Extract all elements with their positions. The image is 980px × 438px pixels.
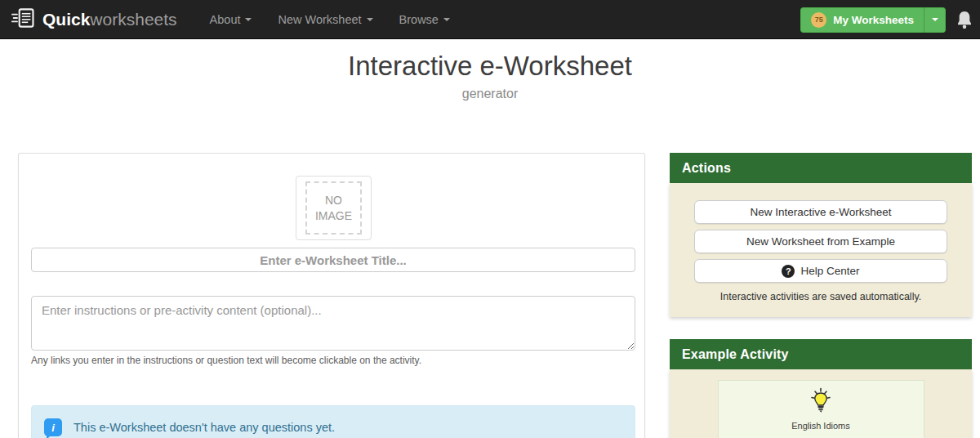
image-upload-box[interactable]: NO IMAGE xyxy=(296,176,372,240)
help-center-button[interactable]: ? Help Center xyxy=(694,259,947,283)
my-worksheets-dropdown-toggle[interactable] xyxy=(924,7,946,33)
navbar: Quickworksheets About New Worksheet Brow… xyxy=(0,0,980,39)
worksheet-count-badge: 75 xyxy=(811,12,826,28)
nav-item-new-worksheet[interactable]: New Worksheet xyxy=(265,0,385,39)
chevron-down-icon xyxy=(367,18,373,21)
brand-light-text: worksheets xyxy=(90,10,176,29)
nav-item-browse[interactable]: Browse xyxy=(386,0,463,39)
actions-panel-body: New Interactive e-Worksheet New Workshee… xyxy=(670,183,972,317)
nav-item-about[interactable]: About xyxy=(197,0,265,39)
page-title: Interactive e-Worksheet xyxy=(0,51,980,82)
brand-bold-text: Quick xyxy=(42,10,90,29)
page: Quickworksheets About New Worksheet Brow… xyxy=(0,0,980,438)
no-questions-alert: i This e-Worksheet doesn't have any ques… xyxy=(31,405,635,438)
page-subtitle: generator xyxy=(0,87,980,101)
new-worksheet-from-example-button[interactable]: New Worksheet from Example xyxy=(694,230,947,253)
question-mark-icon: ? xyxy=(782,265,795,278)
chevron-down-icon xyxy=(443,18,450,21)
no-questions-alert-text: This e-Worksheet doesn't have any questi… xyxy=(74,421,335,434)
nav-item-label: Browse xyxy=(399,0,439,39)
navbar-right: 75 My Worksheets xyxy=(800,0,975,39)
my-worksheets-button[interactable]: 75 My Worksheets xyxy=(800,7,924,33)
new-interactive-worksheet-button[interactable]: New Interactive e-Worksheet xyxy=(694,200,947,224)
example-activity-body: English Idioms xyxy=(670,369,972,438)
no-image-placeholder: NO IMAGE xyxy=(305,181,362,235)
brand-link[interactable]: Quickworksheets xyxy=(11,0,177,39)
button-label: New Worksheet from Example xyxy=(746,235,895,248)
brand-title: Quickworksheets xyxy=(42,0,177,39)
logo-icon xyxy=(11,7,36,33)
chevron-down-icon xyxy=(932,18,938,21)
actions-panel-header: Actions xyxy=(670,153,972,183)
instructions-textarea[interactable] xyxy=(31,296,635,351)
nav-links: About New Worksheet Browse xyxy=(197,0,463,39)
my-worksheets-label: My Worksheets xyxy=(833,14,914,26)
worksheet-title-input[interactable] xyxy=(31,248,635,272)
example-activity-header: Example Activity xyxy=(670,339,972,369)
button-label: New Interactive e-Worksheet xyxy=(750,206,891,218)
links-hint: Any links you enter in the instructions … xyxy=(31,355,421,366)
example-activity-panel: Example Activity xyxy=(670,339,972,438)
actions-panel: Actions New Interactive e-Worksheet New … xyxy=(670,153,972,317)
my-worksheets-button-group: 75 My Worksheets xyxy=(800,7,946,33)
lightbulb-icon xyxy=(805,387,836,419)
nav-item-label: New Worksheet xyxy=(278,0,361,39)
example-activity-card[interactable]: English Idioms xyxy=(718,380,924,438)
info-icon: i xyxy=(44,418,62,436)
autosave-note: Interactive activities are saved automat… xyxy=(694,291,947,302)
notifications-bell-icon[interactable] xyxy=(956,10,973,30)
example-activity-label: English Idioms xyxy=(791,421,850,431)
chevron-down-icon xyxy=(245,18,252,21)
button-label: Help Center xyxy=(800,265,859,277)
nav-item-label: About xyxy=(210,0,241,39)
worksheet-editor-card: NO IMAGE Any links you enter in the inst… xyxy=(18,153,645,438)
